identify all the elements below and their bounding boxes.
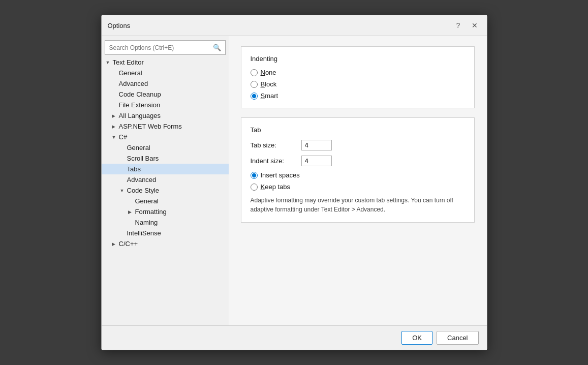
ok-button[interactable]: OK <box>401 331 432 345</box>
indent-block-label: Block <box>261 80 277 88</box>
sidebar-label-text-editor: Text Editor <box>113 58 144 66</box>
keep-tabs-label: Keep tabs <box>261 183 291 191</box>
sidebar-label-naming: Naming <box>135 219 158 226</box>
insert-spaces[interactable]: Insert spaces <box>251 171 465 179</box>
search-icon: 🔍 <box>213 44 221 51</box>
indent-size-label: Indent size: <box>251 157 301 165</box>
sidebar-label-formatting: Formatting <box>135 208 167 216</box>
insert-spaces-label: Insert spaces <box>261 171 300 179</box>
dialog-title: Options <box>108 22 131 29</box>
close-button[interactable]: ✕ <box>469 19 481 32</box>
sidebar-item-text-editor[interactable]: Text Editor <box>102 57 229 68</box>
cancel-button[interactable]: Cancel <box>437 331 478 345</box>
sidebar-label-file-extension: File Extension <box>119 101 161 109</box>
insert-spaces-radio[interactable] <box>251 172 258 179</box>
sidebar-label-general: General <box>119 69 142 77</box>
indent-none-radio[interactable] <box>251 69 258 76</box>
search-input[interactable] <box>109 44 213 51</box>
indent-size-row: Indent size: <box>251 156 465 166</box>
title-bar-controls: ? ✕ <box>452 19 481 32</box>
tab-size-input[interactable] <box>301 140 332 150</box>
keep-tabs[interactable]: Keep tabs <box>251 183 465 191</box>
indenting-title: Indenting <box>251 55 465 63</box>
sidebar-item-all-languages[interactable]: All Languages <box>102 110 229 121</box>
dialog-body: 🔍 Text EditorGeneralAdvancedCode Cleanup… <box>102 36 487 325</box>
sidebar-item-csharp-general[interactable]: General <box>102 142 229 153</box>
triangle-icon-csharp <box>112 135 118 140</box>
sidebar-item-naming[interactable]: Naming <box>102 217 229 228</box>
triangle-icon-formatting <box>128 209 134 215</box>
main-content: Indenting None Block Smart <box>229 36 487 325</box>
sidebar-item-advanced[interactable]: Advanced <box>102 78 229 89</box>
keep-tabs-radio[interactable] <box>251 184 258 191</box>
sidebar-item-scroll-bars[interactable]: Scroll Bars <box>102 153 229 164</box>
sidebar-label-code-style: Code Style <box>127 187 160 194</box>
indenting-options: None Block Smart <box>251 69 465 100</box>
tab-size-label: Tab size: <box>251 141 301 149</box>
sidebar-label-advanced: Advanced <box>119 80 148 87</box>
sidebar-label-cs-general: General <box>135 197 159 205</box>
triangle-icon-text-editor <box>106 60 112 65</box>
sidebar-item-advanced2[interactable]: Advanced <box>102 174 229 185</box>
sidebar-item-code-style[interactable]: Code Style <box>102 185 229 196</box>
search-bar[interactable]: 🔍 <box>105 40 226 55</box>
sidebar-label-cpp: C/C++ <box>119 240 138 248</box>
tab-size-row: Tab size: <box>251 140 465 150</box>
sidebar-item-tabs[interactable]: Tabs <box>102 164 229 174</box>
sidebar-tree: Text EditorGeneralAdvancedCode CleanupFi… <box>102 57 229 249</box>
sidebar-item-intellisense[interactable]: IntelliSense <box>102 228 229 238</box>
sidebar-label-scroll-bars: Scroll Bars <box>127 155 159 162</box>
sidebar-label-advanced2: Advanced <box>127 176 157 184</box>
sidebar-item-code-cleanup[interactable]: Code Cleanup <box>102 89 229 100</box>
options-dialog: Options ? ✕ 🔍 Text EditorGeneralAdvanced… <box>101 15 487 350</box>
triangle-icon-aspnet-web-forms <box>112 124 118 129</box>
title-bar: Options ? ✕ <box>102 15 487 36</box>
indent-smart[interactable]: Smart <box>251 92 465 100</box>
sidebar-label-intellisense: IntelliSense <box>127 229 161 237</box>
sidebar-label-csharp: C# <box>119 133 128 141</box>
sidebar-label-csharp-general: General <box>127 144 150 151</box>
tab-section: Tab Tab size: Indent size: Insert spaces <box>241 117 475 223</box>
triangle-icon-cpp <box>112 241 118 247</box>
sidebar-label-aspnet-web-forms: ASP.NET Web Forms <box>119 123 182 130</box>
sidebar-label-tabs: Tabs <box>127 165 141 173</box>
sidebar-item-formatting[interactable]: Formatting <box>102 206 229 217</box>
sidebar-inner: 🔍 Text EditorGeneralAdvancedCode Cleanup… <box>102 36 229 325</box>
tab-title: Tab <box>251 126 465 134</box>
indent-none-label: None <box>261 69 276 76</box>
sidebar-label-code-cleanup: Code Cleanup <box>119 90 161 98</box>
indent-none[interactable]: None <box>251 69 465 76</box>
spacing-options: Insert spaces Keep tabs <box>251 171 465 191</box>
help-button[interactable]: ? <box>452 19 465 32</box>
indent-block-radio[interactable] <box>251 81 258 88</box>
sidebar-item-cs-general[interactable]: General <box>102 196 229 206</box>
sidebar-item-general[interactable]: General <box>102 68 229 78</box>
sidebar: 🔍 Text EditorGeneralAdvancedCode Cleanup… <box>102 36 229 325</box>
sidebar-item-cpp[interactable]: C/C++ <box>102 238 229 249</box>
indent-block[interactable]: Block <box>251 80 465 88</box>
dialog-footer: OK Cancel <box>102 325 487 350</box>
indent-smart-radio[interactable] <box>251 93 258 100</box>
sidebar-item-aspnet-web-forms[interactable]: ASP.NET Web Forms <box>102 121 229 132</box>
indent-smart-label: Smart <box>261 92 278 100</box>
sidebar-item-file-extension[interactable]: File Extension <box>102 100 229 110</box>
sidebar-label-all-languages: All Languages <box>119 112 161 119</box>
info-text: Adaptive formatting may override your cu… <box>251 196 465 214</box>
triangle-icon-all-languages <box>112 113 118 118</box>
indent-size-input[interactable] <box>301 156 332 166</box>
sidebar-item-csharp[interactable]: C# <box>102 132 229 142</box>
triangle-icon-code-style <box>120 188 126 193</box>
indenting-section: Indenting None Block Smart <box>241 46 475 108</box>
